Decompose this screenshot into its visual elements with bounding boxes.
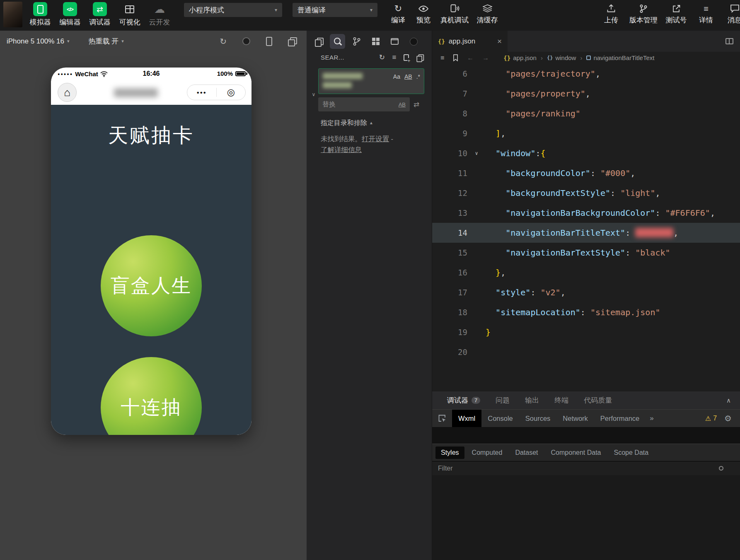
toolbar-cloud-dev-button[interactable]: ☁云开发 [145, 2, 174, 27]
toolbar-upload-button[interactable]: 上传 [604, 3, 618, 25]
explorer-files-icon[interactable] [311, 34, 326, 49]
styles-filter-input[interactable]: Filter [432, 461, 740, 475]
regex-button[interactable]: .* [416, 73, 420, 80]
code-line-13[interactable]: 13 "navigationBarBackgroundColor": "#F6F… [432, 203, 740, 223]
toolbar-test-account-button[interactable]: 测试号 [666, 3, 687, 25]
tab-wxml[interactable]: Wxml [452, 410, 481, 427]
terminal-tab[interactable]: 终端 [554, 396, 568, 405]
tab-network[interactable]: Network [556, 410, 594, 427]
problems-tab[interactable]: 问题 [496, 396, 510, 405]
code-line-16[interactable]: 16 }, [432, 263, 740, 282]
extensions-icon[interactable] [368, 34, 383, 49]
code-line-17[interactable]: 17 "style": "v2", [432, 282, 740, 302]
plugin-icon[interactable] [406, 34, 421, 49]
toolbar-messages-button[interactable]: 消息 [728, 3, 740, 25]
search-input[interactable]: Aa AB .* [318, 68, 424, 94]
tab-scope-data[interactable]: Scope Data [609, 447, 654, 459]
toolbar-compile-button[interactable]: ↻编译 [391, 3, 405, 25]
collapse-panel-icon[interactable]: ∧ [726, 397, 731, 404]
split-editor-icon[interactable] [725, 38, 733, 44]
search-icon[interactable] [330, 34, 345, 49]
toggle-replace-icon[interactable]: ∨ [309, 92, 318, 111]
code-editor[interactable]: 6 "pages/trajectory",7 "pages/property",… [432, 64, 740, 362]
gacha-button-2[interactable]: 十连抽 [101, 357, 202, 435]
tab-styles[interactable]: Styles [435, 447, 464, 459]
close-tab-icon[interactable]: × [497, 37, 502, 46]
tab-sources[interactable]: Sources [519, 410, 557, 427]
code-line-6[interactable]: 6 "pages/trajectory", [432, 64, 740, 84]
toolbar-visualize-button[interactable]: 可视化 [115, 2, 145, 27]
tab-dataset[interactable]: Dataset [510, 447, 543, 459]
toolbar-debugger-button[interactable]: ⇄调试器 [85, 2, 115, 27]
match-case-button[interactable]: Aa [393, 73, 400, 80]
breadcrumb-node[interactable]: window [555, 54, 576, 61]
code-line-11[interactable]: 11 "backgroundColor": "#000", [432, 163, 740, 183]
nav-forward-icon[interactable]: → [482, 54, 489, 62]
tab-computed[interactable]: Computed [467, 447, 508, 459]
mode-select-dropdown[interactable]: 小程序模式 ▾ [184, 3, 282, 17]
code-line-14[interactable]: 14 "navigationBarTitleText": , [432, 223, 740, 243]
breadcrumb-file[interactable]: app.json [513, 54, 537, 61]
breadcrumb-leaf[interactable]: navigationBarTitleText [593, 54, 654, 61]
gacha-button-1[interactable]: 盲盒人生 [101, 235, 202, 336]
code-line-15[interactable]: 15 "navigationBarTextStyle": "black" [432, 243, 740, 263]
fold-chevron-icon[interactable]: ∨ [467, 150, 486, 156]
device-select[interactable]: iPhone 5 100% 16 ▾ [7, 37, 69, 46]
code-line-19[interactable]: 19} [432, 322, 740, 342]
code-line-12[interactable]: 12 "backgroundTextStyle": "light", [432, 183, 740, 203]
tab-component-data[interactable]: Component Data [546, 447, 607, 459]
close-target-icon[interactable]: ◎ [217, 88, 246, 97]
user-avatar[interactable] [3, 2, 22, 27]
bookmark-icon[interactable] [453, 54, 458, 61]
toolbar-details-button[interactable]: ≡详情 [699, 3, 713, 25]
debugger-tab[interactable]: 调试器7 [447, 396, 480, 405]
record-icon[interactable] [242, 37, 250, 45]
compile-select-dropdown[interactable]: 普通编译 ▾ [293, 3, 377, 17]
replace-input[interactable]: 替换 AB [318, 97, 410, 111]
tab-console[interactable]: Console [481, 410, 519, 427]
devtools-settings-icon[interactable]: ⚙ [724, 413, 732, 423]
toolbar-version-button[interactable]: 版本管理 [629, 3, 658, 25]
open-settings-link[interactable]: 打开设置 [362, 135, 389, 142]
toolbar-clear-cache-button[interactable]: 清缓存 [477, 3, 498, 25]
code-line-9[interactable]: 9 ], [432, 123, 740, 143]
toolbar-editor-button[interactable]: </>编辑器 [55, 2, 85, 27]
multi-window-icon[interactable] [288, 37, 296, 45]
toolbar-simulator-button[interactable]: 模拟器 [25, 2, 55, 27]
replace-all-icon[interactable]: ⇄ [414, 100, 419, 109]
tab-performance[interactable]: Performance [594, 410, 646, 427]
code-line-7[interactable]: 7 "pages/property", [432, 84, 740, 104]
tab-app-json[interactable]: {} app.json × [432, 31, 508, 52]
more-tabs-icon[interactable]: » [646, 414, 658, 422]
refresh-search-icon[interactable]: ↻ [379, 53, 385, 62]
window-preview-icon[interactable] [387, 34, 402, 49]
code-line-20[interactable]: 20 [432, 342, 740, 362]
capsule-menu: ••• ◎ [187, 84, 246, 100]
pseudo-class-toggle-icon[interactable] [719, 466, 723, 471]
learn-more-link[interactable]: 了解详细信息 [321, 146, 362, 153]
search-details-toggle[interactable]: 指定目录和排除▲ [307, 111, 432, 128]
clear-results-icon[interactable]: ≡ [392, 53, 397, 62]
whole-word-button[interactable]: AB [404, 73, 412, 80]
source-control-icon[interactable] [349, 34, 364, 49]
toolbar-remote-debug-button[interactable]: 真机调试 [440, 3, 469, 25]
code-line-10[interactable]: 10∨ "window":{ [432, 143, 740, 163]
new-search-editor-icon[interactable] [404, 54, 409, 61]
warnings-indicator[interactable]: ⚠7 [705, 415, 717, 422]
outline-icon[interactable]: ≡ [440, 54, 444, 62]
problems-tab-label: 问题 [496, 396, 510, 405]
nav-back-icon[interactable]: ← [467, 54, 474, 62]
output-tab[interactable]: 输出 [525, 396, 539, 405]
inspect-element-icon[interactable] [438, 414, 446, 422]
device-frame-icon[interactable] [266, 37, 272, 46]
more-menu-icon[interactable]: ••• [187, 89, 216, 96]
hot-reload-toggle[interactable]: 热重载 开 ▾ [88, 36, 123, 46]
code-quality-tab[interactable]: 代码质量 [584, 396, 612, 405]
code-line-18[interactable]: 18 "sitemapLocation": "sitemap.json" [432, 302, 740, 322]
preserve-case-button[interactable]: AB [399, 101, 406, 108]
home-button[interactable]: ⌂ [58, 83, 77, 102]
collapse-results-icon[interactable] [416, 54, 423, 61]
refresh-simulator-icon[interactable]: ↻ [220, 36, 227, 46]
toolbar-preview-button[interactable]: 预览 [416, 3, 430, 25]
code-line-8[interactable]: 8 "pages/ranking" [432, 104, 740, 123]
